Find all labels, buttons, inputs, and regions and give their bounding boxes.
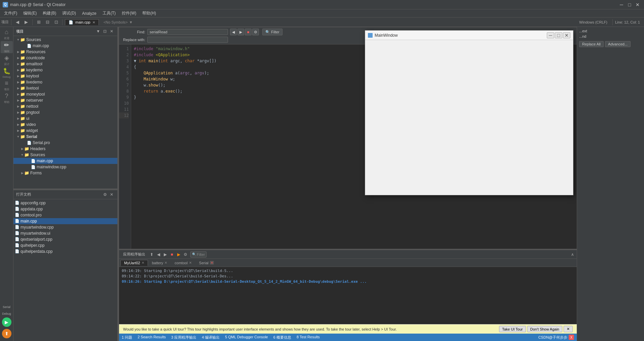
find-prev-button[interactable]: ◀ <box>230 29 237 35</box>
tree-sources-serial[interactable]: ▼ 📁 Sources <box>13 152 117 158</box>
replace-input[interactable] <box>147 37 228 43</box>
output-tab-myuart[interactable]: MyUart02 ✕ <box>120 260 148 266</box>
run-button[interactable]: ▶ <box>2 317 11 327</box>
panel-close-button[interactable]: ✕ <box>109 28 115 34</box>
task-summary[interactable]: 6 概要信息 <box>273 335 291 340</box>
dont-show-button[interactable]: Don't Show Again <box>527 326 563 332</box>
tree-livetool[interactable]: ▶ 📁 livetool <box>13 85 117 91</box>
close-button[interactable]: ✕ <box>634 2 641 8</box>
menu-file[interactable]: 文件(F) <box>1 10 20 17</box>
panel-sync-button[interactable]: ⊡ <box>102 28 108 34</box>
filter-button-find[interactable]: 🔍 Filter <box>262 29 282 35</box>
sidebar-debug[interactable]: 🐛 Debug <box>1 67 13 79</box>
open-files-settings-button[interactable]: ⚙ <box>102 192 108 198</box>
open-file-qextserialport[interactable]: 📄 qextserialport.cpp <box>13 236 117 242</box>
debug-run-button[interactable]: ⬆ <box>2 329 11 338</box>
open-files-close-button[interactable]: ✕ <box>109 192 115 198</box>
advanced-button[interactable]: Advanced... <box>605 41 631 47</box>
float-maximize-button[interactable]: □ <box>555 32 562 38</box>
output-stop-button[interactable]: ■ <box>169 251 175 258</box>
filter-button[interactable]: ⊟ <box>44 19 51 26</box>
menu-build[interactable]: 构建(B) <box>40 10 59 17</box>
output-run-button[interactable]: ▶ <box>176 251 182 258</box>
float-close-button[interactable]: ✕ <box>563 32 570 38</box>
tree-ui[interactable]: ▶ 📁 ui <box>13 115 117 122</box>
floating-main-window[interactable]: MainWindow ─ □ ✕ <box>365 30 573 195</box>
tree-netserver[interactable]: ▶ 📁 netserver <box>13 97 117 103</box>
tree-main-cpp-top[interactable]: 📄 main.cpp <box>13 43 117 49</box>
task-app-output[interactable]: 3 应用程序输出 <box>171 335 196 340</box>
menu-debug[interactable]: 调试(D) <box>60 10 79 17</box>
tree-keydemo[interactable]: ▶ 📁 keydemo <box>13 67 117 73</box>
task-search-results[interactable]: 2 Search Results <box>138 335 166 340</box>
output-tab-serial-x[interactable]: ✕ <box>210 261 214 265</box>
sidebar-edit[interactable]: ✏ 编辑 <box>1 41 13 53</box>
tree-main-cpp-selected[interactable]: 📄 main.cpp <box>13 158 117 164</box>
find-settings-button[interactable]: ⚙ <box>252 29 259 35</box>
no-symbols-dropdown[interactable]: <No Symbols> ▼ <box>100 20 136 25</box>
find-stop-button[interactable]: ■ <box>245 29 252 35</box>
find-next-button[interactable]: ▶ <box>237 29 244 35</box>
open-file-myuartwindow-ui[interactable]: 📄 myuartwindow.ui <box>13 230 117 236</box>
output-tab-battery[interactable]: battery ✕ <box>149 260 171 266</box>
tree-resources[interactable]: ▶ 📁 Resources <box>13 49 117 55</box>
nav-forward-button[interactable]: ▶ <box>23 19 30 26</box>
tree-countcode[interactable]: ▶ 📁 countcode <box>13 55 117 61</box>
tree-livedemo[interactable]: ▶ 📁 livedemo <box>13 79 117 85</box>
minimize-button[interactable]: ─ <box>618 2 625 8</box>
tree-moneytool[interactable]: ▶ 📁 moneytool <box>13 91 117 97</box>
output-settings-button[interactable]: ⚙ <box>182 251 188 258</box>
tree-forms[interactable]: ▶ 📁 Forms <box>13 170 117 176</box>
project-tree-top[interactable]: ▼ 📁 Sources 📄 main.cpp ▶ 📁 Resources <box>13 36 117 189</box>
open-file-myuartwindow-cpp[interactable]: 📄 myuartwindow.cpp <box>13 224 117 230</box>
open-files-list[interactable]: 📄 appconfig.cpp 📄 appdata.cpp 📄 comtool.… <box>13 199 117 341</box>
menu-edit[interactable]: 编辑(E) <box>21 10 39 17</box>
output-tab-serial[interactable]: Serial ✕ <box>196 260 217 266</box>
replace-all-button[interactable]: Replace All <box>579 41 604 47</box>
tree-widget[interactable]: ▶ 📁 widget <box>13 128 117 134</box>
maximize-button[interactable]: □ <box>626 2 633 8</box>
tree-serial-pro[interactable]: 📄 Serial.pro <box>13 140 117 146</box>
tour-close-button[interactable]: ✕ <box>564 326 573 332</box>
output-tab-comtool-close[interactable]: ✕ <box>189 261 192 265</box>
tree-nettool[interactable]: ▶ 📁 nettool <box>13 103 117 109</box>
take-tour-button[interactable]: Take UI Tour <box>499 326 526 332</box>
task-compile-output[interactable]: 4 编译输出 <box>202 335 220 340</box>
open-file-appdata[interactable]: 📄 appdata.cpp <box>13 206 117 212</box>
tree-headers[interactable]: ▶ 📁 Headers <box>13 146 117 152</box>
tree-video[interactable]: ▶ 📁 video <box>13 122 117 128</box>
sidebar-welcome[interactable]: ⌂ 欢迎 <box>1 28 13 40</box>
sync-button[interactable]: ⊡ <box>52 19 60 26</box>
tree-pngtool[interactable]: ▶ 📁 pngtool <box>13 109 117 115</box>
output-prev-button[interactable]: ◀ <box>155 251 161 258</box>
output-next-button[interactable]: ▶ <box>162 251 168 258</box>
menu-tools[interactable]: 工具(T) <box>100 10 118 17</box>
sidebar-project[interactable]: ≡ 项目 <box>1 79 13 92</box>
output-collapse-button[interactable]: ∧ <box>569 251 575 258</box>
tree-serial[interactable]: ▼ 📁 Serial <box>13 134 117 140</box>
open-file-main[interactable]: 📄 main.cpp <box>13 218 117 224</box>
sidebar-design[interactable]: ◈ 设计 <box>1 54 13 66</box>
menu-help[interactable]: 帮助(H) <box>140 10 159 17</box>
tree-sources-top[interactable]: ▼ 📁 Sources <box>13 37 117 43</box>
open-file-comtool[interactable]: 📄 comtool.pro <box>13 212 117 218</box>
csdn-badge[interactable]: X <box>569 335 574 340</box>
file-tab-main[interactable]: 📄 main.cpp ✕ <box>65 19 99 25</box>
output-tab-comtool[interactable]: comtool ✕ <box>171 260 195 266</box>
panel-filter-button[interactable]: ▼ <box>95 28 101 34</box>
float-minimize-button[interactable]: ─ <box>547 32 554 38</box>
task-test-results[interactable]: 8 Test Results <box>297 335 320 340</box>
find-input[interactable] <box>147 29 228 35</box>
nav-back-button[interactable]: ◀ <box>14 19 21 26</box>
open-file-quihelper[interactable]: 📄 quihelper.cpp <box>13 242 117 248</box>
sidebar-help[interactable]: ? 帮助 <box>1 92 13 104</box>
snap-button[interactable]: ⊞ <box>35 19 42 26</box>
tree-keytool[interactable]: ▶ 📁 keytool <box>13 73 117 79</box>
output-tab-myuart-close[interactable]: ✕ <box>142 261 144 265</box>
output-scroll-up-button[interactable]: ⬆ <box>149 251 155 258</box>
tree-emailtool[interactable]: ▶ 📁 emailtool <box>13 61 117 67</box>
menu-analyze[interactable]: Analyze <box>79 10 99 16</box>
output-tab-battery-close[interactable]: ✕ <box>164 261 167 265</box>
menu-controls[interactable]: 控件(W) <box>119 10 139 17</box>
file-tab-close[interactable]: ✕ <box>92 21 95 24</box>
